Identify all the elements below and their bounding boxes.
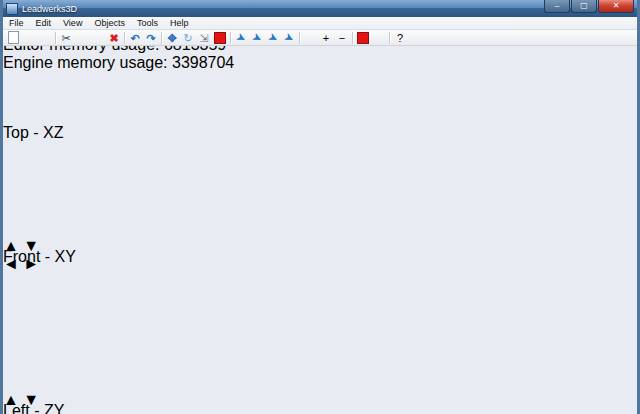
blue-arrow-icon: ➤ <box>234 29 248 45</box>
menu-objects[interactable]: Objects <box>88 17 131 30</box>
blue-arrow-icon: ➤ <box>250 29 264 45</box>
copy-button[interactable] <box>75 31 90 45</box>
zoom-out-button[interactable]: − <box>335 31 350 45</box>
save-button[interactable] <box>38 31 53 45</box>
maximize-button-icon[interactable]: ▢ <box>571 0 597 13</box>
close-button-icon[interactable]: ✕ <box>598 0 634 13</box>
title-bar[interactable]: Leadwerks3D – ▢ ✕ <box>0 0 640 17</box>
red-swatch-button-1[interactable] <box>213 31 228 45</box>
open-button[interactable] <box>22 31 37 45</box>
cut-scissors-icon: ✂ <box>61 31 70 45</box>
scale-tool-button[interactable]: ⇲ <box>197 31 212 45</box>
undo-arrow-icon: ↶ <box>130 31 139 45</box>
menu-tools[interactable]: Tools <box>131 17 164 30</box>
menu-help[interactable]: Help <box>164 17 195 30</box>
undo-button[interactable]: ↶ <box>128 31 143 45</box>
toolbar-separator <box>389 32 390 44</box>
move-tool-button[interactable]: ✥ <box>165 31 180 45</box>
red-square-icon <box>357 32 369 44</box>
toolbar-separator <box>124 32 125 44</box>
delete-x-icon: ✖ <box>109 31 118 45</box>
zoom-in-button[interactable]: + <box>319 31 334 45</box>
stats-button[interactable] <box>372 31 387 45</box>
red-square-icon <box>214 32 226 44</box>
engine-memory-readout: Engine memory usage: 3398704 <box>3 54 236 72</box>
menu-file[interactable]: File <box>3 17 30 30</box>
viewport-label: Left - ZY <box>3 402 64 414</box>
arrow-tool-button-2[interactable]: ➤ <box>250 31 265 45</box>
toolbar: ✂ ✖ ↶ ↷ ✥ ↻ ⇲ ➤ ➤ ➤ ➤ + − ? <box>3 30 637 46</box>
toolbar-separator <box>299 32 300 44</box>
globe-view-button[interactable] <box>303 31 318 45</box>
app-window: Leadwerks3D – ▢ ✕ File Edit View Objects… <box>0 0 640 414</box>
arrow-tool-button-4[interactable]: ➤ <box>282 31 297 45</box>
scale-arrows-icon: ⇲ <box>199 31 208 45</box>
help-button[interactable]: ? <box>393 31 408 45</box>
viewport-label: Front - XY <box>3 248 76 265</box>
menu-bar: File Edit View Objects Tools Help <box>3 17 637 30</box>
blue-arrow-icon: ➤ <box>266 29 280 45</box>
paste-button[interactable] <box>91 31 106 45</box>
redo-arrow-icon: ↷ <box>146 31 155 45</box>
viewport-top-xz[interactable]: Top - XZ ▲ ▼ ◄ ► <box>3 124 221 248</box>
minimize-button-icon[interactable]: – <box>544 0 570 13</box>
rotate-tool-button[interactable]: ↻ <box>181 31 196 45</box>
new-button[interactable] <box>6 31 21 45</box>
delete-button[interactable]: ✖ <box>107 31 122 45</box>
open-folder-icon <box>23 34 35 42</box>
app-logo-icon <box>6 3 18 15</box>
caption-buttons: – ▢ ✕ <box>543 0 634 13</box>
redo-button[interactable]: ↷ <box>144 31 159 45</box>
toolbar-separator <box>352 32 353 44</box>
red-swatch-button-2[interactable] <box>356 31 371 45</box>
menu-edit[interactable]: Edit <box>30 17 58 30</box>
toolbar-separator <box>230 32 231 44</box>
zoom-in-magnifier-icon: + <box>323 31 329 45</box>
new-file-icon <box>8 31 19 44</box>
left-zy-canvas[interactable]: Left - ZY <box>3 402 210 414</box>
client-area: Perspective FPS: 333.333313 Editor memor… <box>3 0 637 414</box>
arrow-tool-button-3[interactable]: ➤ <box>266 31 281 45</box>
help-question-icon: ? <box>397 31 403 45</box>
toolbar-separator <box>55 32 56 44</box>
rotate-arrows-icon: ↻ <box>183 31 192 45</box>
cut-button[interactable]: ✂ <box>59 31 74 45</box>
zoom-out-magnifier-icon: − <box>339 31 345 45</box>
toolbar-separator <box>161 32 162 44</box>
menu-view[interactable]: View <box>57 17 88 30</box>
top-xz-canvas[interactable]: Top - XZ <box>3 124 210 237</box>
blue-arrow-icon: ➤ <box>282 29 296 45</box>
viewport-label: Top - XZ <box>3 124 63 141</box>
window-title: Leadwerks3D <box>22 4 77 14</box>
arrow-tool-button-1[interactable]: ➤ <box>234 31 249 45</box>
move-arrows-icon: ✥ <box>167 31 176 45</box>
viewport-left-zy[interactable]: Left - ZY ▲ ▼ ◄ ► <box>3 402 221 414</box>
